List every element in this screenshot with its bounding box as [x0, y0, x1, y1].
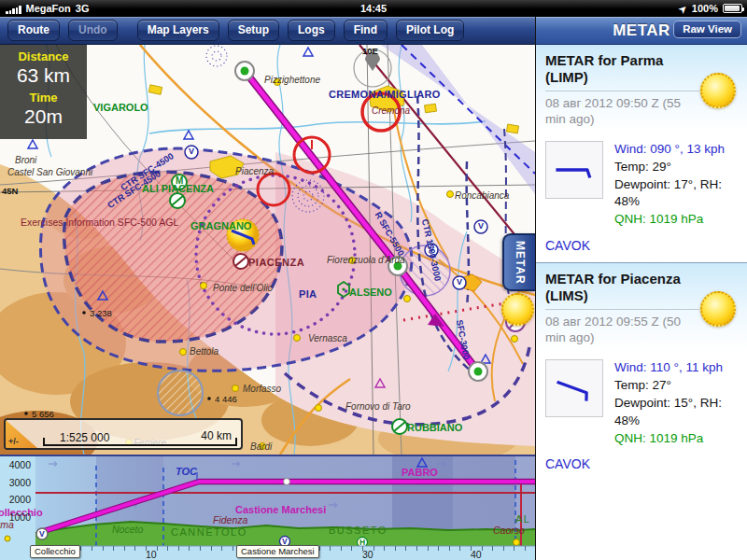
map-label: Fiorenzuola d'Arda	[327, 256, 405, 265]
profile-label: Castione Marchesi	[235, 505, 326, 515]
wind-direction-icon	[548, 144, 600, 196]
wind-direction-box	[545, 359, 603, 417]
toolbar-button-map-layers[interactable]: Map Layers	[137, 20, 219, 41]
map-label: PIA	[299, 289, 317, 300]
profile-label: Fidenza	[213, 515, 247, 525]
profile-x-axis-label: 30	[362, 549, 374, 560]
scale-distance-label: 40 km	[201, 429, 232, 442]
map-label: V	[457, 278, 462, 287]
metar-panel-header: METAR Raw View	[536, 17, 747, 45]
status-bar: MegaFon 3G 14:45 ➤ 100%	[0, 0, 747, 17]
profile-y-axis-label: 4000	[0, 459, 31, 470]
map-label: Vernasca	[308, 334, 347, 343]
profile-x-axis-label: 10	[146, 549, 157, 560]
toolbar-button-setup[interactable]: Setup	[228, 20, 279, 41]
profile-label: PABRO	[402, 468, 438, 478]
aeronautical-chart[interactable]: VIGAROLOPizzighettoneCREMONA/MIGLIAROCre…	[0, 45, 535, 455]
qnh-value: QNH: 1019 hPa	[614, 430, 738, 448]
scale-ratio-label: 1:525 000	[60, 431, 109, 444]
map-label: 10E	[362, 47, 378, 56]
location-arrow-icon: ➤	[677, 2, 690, 15]
time-value: 20m	[0, 105, 87, 128]
map-label: V	[429, 245, 434, 254]
profile-label: CANNETOLO	[171, 527, 247, 538]
profile-label: H	[359, 539, 365, 547]
map-label: Morfasso	[243, 385, 281, 394]
metar-report-piacenza[interactable]: METAR for Piacenza (LIMS) 08 авг 2012 09…	[536, 262, 747, 481]
profile-label: BUSSETO	[329, 525, 388, 536]
battery-percent-label: 100%	[692, 3, 718, 14]
map-label: Bettola	[190, 347, 218, 357]
distance-label: Distance	[0, 49, 87, 63]
map-label: Ponte dell'Olio	[213, 284, 273, 293]
clock-label: 14:45	[0, 3, 747, 14]
map-label: 45N	[2, 187, 18, 196]
cavok-link[interactable]: CAVOK	[536, 231, 747, 262]
profile-y-axis-label: 3000	[0, 477, 31, 488]
metar-tab[interactable]: METAR	[502, 233, 535, 291]
toolbar-button-find[interactable]: Find	[344, 20, 388, 41]
map-label: ALSENO	[349, 287, 392, 298]
dewpoint-value: Dewpoint: 15°, RH: 48%	[614, 395, 738, 430]
map-label: V	[478, 222, 484, 231]
map-label: VIGAROLO	[93, 103, 148, 113]
panel-title: METAR	[613, 21, 670, 40]
map-label: 3 238	[90, 309, 112, 318]
report-body: Wind: 110 °, 11 kph Temp: 27° Dewpoint: …	[536, 350, 747, 449]
zoom-control-label[interactable]: +/-	[8, 437, 19, 446]
map-pane: RouteUndoMap LayersSetupLogsFindPilot Lo…	[0, 17, 535, 560]
weather-sun-icon	[501, 293, 534, 326]
map-label: SFC-3000	[455, 319, 471, 360]
map-label: RUBBIANO	[407, 423, 462, 433]
map-label: Pizzighettone	[264, 76, 320, 85]
toolbar: RouteUndoMap LayersSetupLogsFindPilot Lo…	[0, 17, 535, 45]
toolbar-button-logs[interactable]: Logs	[288, 20, 335, 41]
profile-label: V	[39, 530, 45, 539]
profile-y-axis-label: 1000	[0, 511, 31, 523]
report-title: METAR for Piacenza (LIMS)	[545, 271, 699, 310]
route-info-box: Distance 63 km Time 20m	[0, 45, 87, 139]
sun-icon	[700, 73, 736, 108]
report-body: Wind: 090 °, 13 kph Temp: 29° Dewpoint: …	[536, 132, 747, 231]
map-label: Castel San Giovanni	[7, 168, 92, 177]
toolbar-button-pilot-log[interactable]: Pilot Log	[396, 20, 464, 41]
map-label: M	[176, 176, 183, 186]
profile-waypoint-box[interactable]: Collecchio	[30, 545, 80, 558]
map-label: Fornovo di Taro	[345, 402, 411, 412]
qnh-value: QNH: 1019 hPa	[614, 211, 738, 229]
profile-label: TOC	[176, 467, 197, 477]
dewpoint-value: Dewpoint: 17°, RH: 48%	[614, 176, 738, 212]
report-head: METAR for Parma (LIMP) 08 авг 2012 09:50…	[536, 45, 747, 132]
profile-label: Caorso	[493, 525, 525, 536]
map-label: Roncabianca	[455, 191, 509, 201]
raw-view-button[interactable]: Raw View	[673, 21, 741, 38]
map-scale-box: +/- 1:525 000 40 km	[4, 418, 243, 450]
metar-report-parma[interactable]: METAR for Parma (LIMP) 08 авг 2012 09:50…	[536, 45, 747, 262]
scale-bar	[43, 444, 237, 446]
profile-waypoint-box[interactable]: Castione Marchesi	[236, 545, 319, 558]
report-title: METAR for Parma (LIMP)	[545, 52, 699, 91]
elevation-profile[interactable]: TOCPABROCollecchioParmaNocetoCANNETOLOFi…	[0, 455, 535, 560]
metar-panel: METAR Raw View METAR for Parma (LIMP) 08…	[535, 17, 747, 560]
profile-y-axis-label: 2000	[0, 494, 31, 505]
report-timestamp: 08 авг 2012 09:50 Z (55 min ago)	[545, 96, 704, 128]
profile-x-axis-label: 40	[471, 549, 482, 560]
map-label: Cremona	[372, 106, 410, 116]
toolbar-button-route[interactable]: Route	[7, 20, 60, 41]
temp-value: Temp: 29°	[614, 159, 738, 176]
map-label: 4 446	[215, 395, 237, 404]
map-label: Bardi	[250, 442, 272, 452]
cavok-link[interactable]: CAVOK	[536, 449, 747, 481]
sun-icon	[700, 291, 736, 327]
map-label: V	[189, 147, 194, 156]
map-label: R SFC-5500	[374, 210, 406, 257]
toolbar-button-undo: Undo	[68, 20, 118, 41]
time-label: Time	[0, 91, 87, 105]
wind-direction-box	[545, 141, 603, 199]
map-label: GRAGNANO	[190, 221, 251, 231]
wind-direction-icon	[541, 355, 608, 422]
distance-value: 63 km	[0, 64, 87, 87]
map-label: PIACENZA	[248, 258, 304, 268]
temp-value: Temp: 27°	[614, 377, 738, 395]
report-head: METAR for Piacenza (LIMS) 08 авг 2012 09…	[536, 263, 747, 350]
